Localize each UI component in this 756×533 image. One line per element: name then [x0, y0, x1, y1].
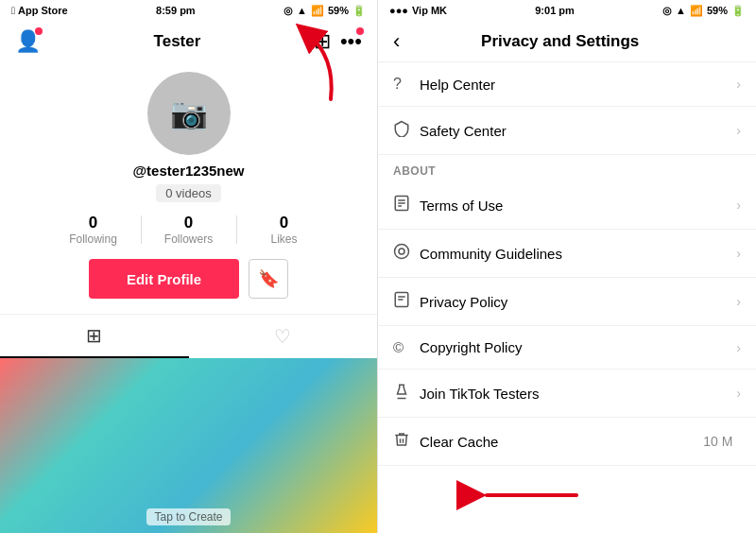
location-icon: ◎: [284, 5, 293, 17]
about-section-header: ABOUT: [378, 155, 756, 181]
status-bar-left:  App Store 8:59 pm ◎ ▲ 📶 59% 🔋: [0, 0, 377, 21]
right-panel: ●●● Vip MK 9:01 pm ◎ ▲ 📶 59% 🔋 ‹ Privacy…: [378, 0, 756, 533]
safety-center-label: Safety Center: [420, 123, 736, 139]
action-buttons: Edit Profile 🔖: [89, 259, 288, 299]
tap-to-create-label: Tap to Create: [146, 508, 230, 525]
help-center-chevron: ›: [736, 77, 741, 92]
menu-item-copyright[interactable]: © Copyright Policy ›: [378, 326, 756, 370]
testers-label: Join TikTok Testers: [420, 386, 736, 402]
profile-title: Tester: [154, 32, 201, 51]
more-options-area: •••: [340, 29, 362, 54]
left-time: 8:59 pm: [156, 5, 196, 16]
right-status-icons: ◎ ▲ 📶 59% 🔋: [662, 5, 745, 17]
status-right-icons: ◎ ▲ 📶 59% 🔋: [284, 5, 366, 17]
help-center-label: Help Center: [420, 77, 736, 93]
followers-stat[interactable]: 0 Followers: [142, 214, 236, 246]
qr-code-icon[interactable]: ⊞: [314, 29, 331, 54]
wifi-icon-right: 📶: [690, 5, 703, 17]
status-bar-right: ●●● Vip MK 9:01 pm ◎ ▲ 📶 59% 🔋: [378, 0, 756, 21]
menu-item-clear-cache[interactable]: Clear Cache 10 M ›: [378, 418, 756, 466]
menu-item-join-testers[interactable]: Join TikTok Testers ›: [378, 370, 756, 418]
testers-chevron: ›: [736, 386, 741, 401]
terms-label: Terms of Use: [420, 198, 736, 214]
following-stat[interactable]: 0 Following: [46, 214, 141, 246]
grid-icon: ⊞: [86, 324, 102, 347]
menu-item-privacy[interactable]: Privacy Policy ›: [378, 278, 756, 326]
notif-dot-left: [35, 27, 43, 35]
signal-bars: ●●●: [389, 5, 408, 16]
copyright-label: Copyright Policy: [420, 339, 736, 355]
app-store-label:  App Store: [11, 5, 68, 16]
following-count: 0: [89, 214, 97, 232]
menu-item-terms[interactable]: Terms of Use ›: [378, 181, 756, 230]
copyright-chevron: ›: [736, 340, 741, 355]
videos-badge: 0 videos: [156, 184, 220, 202]
battery-icon: 🔋: [352, 5, 366, 17]
safety-center-icon: [393, 120, 420, 141]
svg-point-6: [399, 249, 404, 254]
edit-profile-button[interactable]: Edit Profile: [89, 259, 239, 299]
community-icon: [393, 243, 420, 264]
menu-item-community[interactable]: Community Guidelines ›: [378, 230, 756, 278]
menu-list: ? Help Center › Safety Center › ABOUT: [378, 62, 756, 533]
clear-cache-value: 10 M: [703, 434, 732, 449]
camera-icon: 📷: [170, 95, 208, 131]
content-preview: Tap to Create: [0, 358, 377, 533]
followers-count: 0: [184, 214, 193, 232]
terms-icon: [393, 195, 420, 215]
nav-bar-left: 👤 Tester ⊞ •••: [0, 21, 377, 62]
back-button[interactable]: ‹: [393, 29, 400, 54]
right-time: 9:01 pm: [535, 5, 575, 16]
community-chevron: ›: [736, 246, 741, 261]
svg-point-5: [395, 245, 409, 259]
tabs-row: ⊞ ♡: [0, 314, 377, 358]
tab-grid[interactable]: ⊞: [0, 315, 189, 358]
signal-icon: ▲: [297, 5, 307, 16]
heart-icon: ♡: [274, 325, 291, 348]
battery-label-right: 59%: [707, 5, 728, 16]
likes-label: Likes: [270, 232, 297, 246]
community-label: Community Guidelines: [420, 246, 736, 262]
apple-icon: : [11, 5, 15, 16]
left-panel:  App Store 8:59 pm ◎ ▲ 📶 59% 🔋 👤 Tester…: [0, 0, 378, 533]
battery-icon-right: 🔋: [731, 5, 745, 17]
help-center-icon: ?: [393, 76, 420, 93]
clear-cache-label: Clear Cache: [420, 434, 703, 450]
copyright-icon: ©: [393, 339, 420, 355]
privacy-icon: [393, 291, 420, 312]
signal-icon-right: ▲: [676, 5, 686, 16]
menu-item-help-center[interactable]: ? Help Center ›: [378, 62, 756, 107]
tab-liked[interactable]: ♡: [189, 315, 378, 358]
likes-stat[interactable]: 0 Likes: [237, 214, 332, 246]
battery-label: 59%: [328, 5, 349, 16]
terms-chevron: ›: [736, 198, 741, 213]
testers-icon: [393, 383, 420, 404]
privacy-chevron: ›: [736, 294, 741, 309]
privacy-label: Privacy Policy: [420, 294, 736, 310]
avatar: 📷: [147, 72, 231, 155]
profile-section: 📷 @tester1235new 0 videos 0 Following 0 …: [0, 62, 377, 314]
notif-dot-more: [356, 27, 364, 35]
preview-image: Tap to Create: [0, 358, 377, 533]
bookmark-icon: 🔖: [258, 268, 279, 289]
menu-item-safety-center[interactable]: Safety Center ›: [378, 107, 756, 155]
location-icon-right: ◎: [662, 5, 672, 17]
nav-right-icons: ⊞ •••: [314, 29, 362, 54]
clear-cache-icon: [393, 431, 420, 452]
following-label: Following: [69, 232, 117, 246]
followers-label: Followers: [164, 232, 213, 246]
status-right-left-group: ●●● Vip MK: [389, 5, 447, 16]
safety-center-chevron: ›: [736, 123, 741, 138]
username: @tester1235new: [132, 163, 244, 179]
likes-count: 0: [280, 214, 288, 232]
nav-bar-right: ‹ Privacy and Settings: [378, 21, 756, 62]
settings-title: Privacy and Settings: [407, 32, 713, 51]
stats-row: 0 Following 0 Followers 0 Likes: [19, 214, 358, 246]
wifi-icon: 📶: [311, 5, 324, 17]
carrier-label: Vip MK: [412, 5, 447, 16]
bookmark-button[interactable]: 🔖: [249, 259, 288, 299]
add-user-area: 👤: [15, 29, 41, 54]
